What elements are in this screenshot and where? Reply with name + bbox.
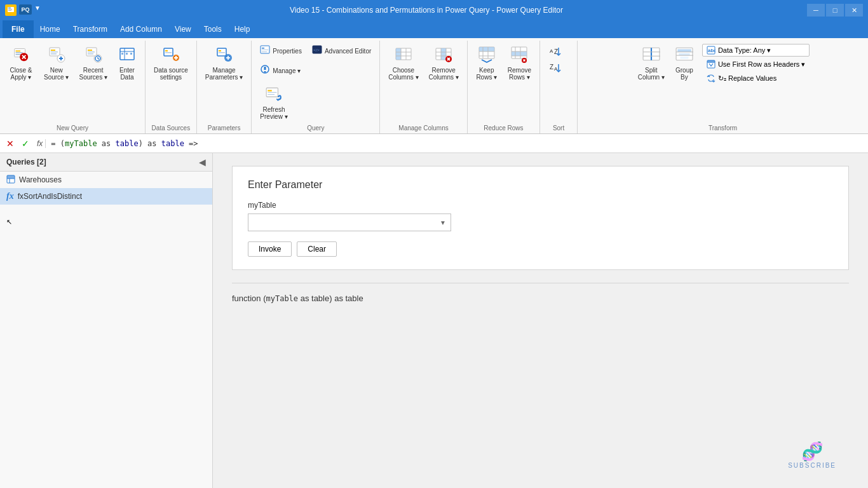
ribbon-query-items: Properties </> Advanced Editor Manage ▾ — [255, 42, 376, 123]
svg-rect-109 — [7, 175, 15, 179]
menu-home[interactable]: Home — [34, 20, 67, 38]
svg-rect-65 — [441, 48, 446, 60]
formula-confirm-button[interactable]: ✓ — [19, 137, 32, 150]
minimize-button[interactable]: ─ — [807, 4, 825, 17]
manage-query-button[interactable]: Manage ▾ — [255, 62, 305, 80]
svg-rect-107 — [707, 60, 715, 63]
sort-az-button[interactable]: A Z — [546, 44, 571, 60]
group-by-button[interactable]: GroupBy — [670, 42, 698, 84]
svg-rect-47 — [262, 50, 268, 50]
advanced-editor-icon: </> — [312, 44, 322, 57]
menu-add-column[interactable]: Add Column — [114, 20, 168, 38]
query-item-warehouses[interactable]: Warehouses — [0, 172, 212, 188]
manage-parameters-icon — [215, 45, 233, 65]
replace-values-label: ↻₂ Replace Values — [718, 74, 776, 83]
enter-data-label: EnterData — [119, 67, 135, 81]
fx-query-label: fxSortAndIsDistinct — [18, 192, 82, 201]
data-type-button[interactable]: abc Data Type: Any ▾ — [702, 44, 810, 57]
refresh-preview-label: RefreshPreview ▾ — [260, 106, 287, 120]
recent-sources-button[interactable]: RecentSources ▾ — [74, 42, 111, 84]
keep-rows-button[interactable]: KeepRows ▾ — [471, 42, 502, 84]
my-table-select[interactable] — [248, 214, 451, 231]
new-source-icon — [48, 45, 65, 65]
close-apply-icon — [12, 45, 30, 65]
enter-data-button[interactable]: EnterData — [113, 42, 141, 84]
sort-za-button[interactable]: Z A — [546, 61, 571, 76]
remove-columns-button[interactable]: RemoveColumns ▾ — [424, 42, 463, 84]
split-column-button[interactable]: SplitColumn ▾ — [634, 42, 669, 84]
close-group-label: New Query — [57, 123, 88, 133]
svg-rect-74 — [479, 47, 494, 51]
maximize-button[interactable]: □ — [826, 4, 844, 17]
invoke-button[interactable]: Invoke — [248, 241, 292, 257]
close-button[interactable]: ✕ — [845, 4, 863, 17]
function-suffix: as table) as table — [298, 294, 363, 303]
enter-parameter-title: Enter Parameter — [248, 179, 833, 191]
formula-bar: ✕ ✓ fx = (myTable as table) as table => — [0, 134, 868, 153]
new-source-button[interactable]: NewSource ▾ — [39, 42, 73, 84]
sidebar: Queries [2] ◀ Warehouses fx fxSortAndIsD… — [0, 153, 213, 488]
ribbon-manage-cols-items: ChooseColumns ▾ Remov — [384, 42, 463, 123]
properties-button[interactable]: Properties — [255, 42, 306, 60]
svg-rect-53 — [264, 71, 266, 72]
refresh-preview-icon — [265, 85, 283, 105]
clear-button[interactable]: Clear — [297, 241, 337, 257]
query-item-fx[interactable]: fx fxSortAndIsDistinct — [0, 188, 212, 205]
choose-columns-icon — [395, 45, 412, 65]
formula-cancel-button[interactable]: ✕ — [4, 137, 17, 150]
svg-rect-41 — [219, 52, 225, 53]
svg-rect-99 — [677, 49, 691, 51]
svg-rect-21 — [88, 51, 95, 53]
data-source-settings-button[interactable]: Data sourcesettings — [149, 42, 193, 84]
replace-values-button[interactable]: ↻₂ Replace Values — [702, 72, 810, 85]
manage-parameters-button[interactable]: ManageParameters ▾ — [201, 42, 247, 84]
remove-columns-label: RemoveColumns ▾ — [429, 67, 459, 81]
svg-rect-13 — [51, 50, 55, 51]
recent-sources-icon — [85, 45, 102, 65]
menu-transform[interactable]: Transform — [67, 20, 114, 38]
remove-rows-button[interactable]: RemoveRows ▾ — [503, 42, 536, 84]
ribbon-close-items: Close &Apply ▾ NewSource ▾ — [4, 42, 141, 123]
function-param: myTable — [266, 294, 298, 303]
svg-rect-3 — [8, 9, 12, 10]
choose-columns-button[interactable]: ChooseColumns ▾ — [384, 42, 423, 84]
datasources-group-label: Data Sources — [152, 123, 191, 133]
svg-rect-32 — [130, 53, 132, 55]
query-group-label: Query — [307, 123, 324, 133]
split-column-icon — [642, 45, 660, 65]
dna-icon: 🧬 — [788, 441, 836, 462]
remove-columns-icon — [435, 45, 452, 65]
app-icon-yellow — [5, 4, 17, 16]
properties-label: Properties — [273, 48, 302, 55]
ribbon-datasource-items: Data sourcesettings — [149, 42, 193, 123]
data-source-settings-icon — [162, 45, 180, 65]
menu-file[interactable]: File — [3, 20, 34, 38]
svg-rect-48 — [262, 51, 267, 52]
window-menu-arrow[interactable]: ▼ — [34, 4, 41, 16]
menu-view[interactable]: View — [168, 20, 198, 38]
ribbon-group-sort: A Z Z A — [540, 41, 578, 133]
param-select-wrapper: ▼ — [248, 214, 451, 231]
ribbon-group-query: Properties </> Advanced Editor Manage ▾ — [252, 41, 380, 133]
ribbon-transform-items: SplitColumn ▾ GroupBy — [634, 42, 813, 123]
collapse-sidebar-button[interactable]: ◀ — [199, 157, 206, 167]
svg-text:abc: abc — [708, 48, 715, 53]
function-icon: fx — [6, 191, 14, 201]
properties-icon — [260, 44, 270, 57]
menu-help[interactable]: Help — [228, 20, 257, 38]
manage-columns-group-label: Manage Columns — [398, 123, 448, 133]
use-first-row-button[interactable]: Use First Row as Headers ▾ — [702, 58, 810, 71]
menu-tools[interactable]: Tools — [198, 20, 228, 38]
advanced-editor-button[interactable]: </> Advanced Editor — [308, 42, 376, 60]
table-icon — [6, 175, 15, 185]
title-bar: PQ ▼ Video 15 - Combinations and Permuta… — [0, 0, 868, 20]
refresh-preview-button[interactable]: RefreshPreview ▾ — [255, 81, 292, 123]
advanced-editor-label: Advanced Editor — [325, 48, 371, 55]
remove-rows-icon — [510, 45, 528, 65]
new-source-label: NewSource ▾ — [44, 67, 69, 81]
close-apply-button[interactable]: Close &Apply ▾ — [4, 42, 38, 84]
enter-data-icon — [118, 45, 136, 65]
parameter-buttons: Invoke Clear — [248, 241, 833, 257]
function-label: fx — [34, 139, 46, 148]
use-first-row-icon — [707, 60, 715, 69]
